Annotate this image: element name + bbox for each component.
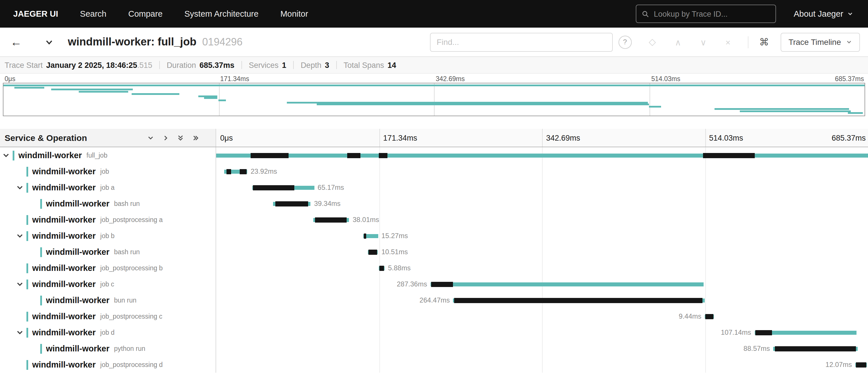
span-bar-row[interactable]: 88.57ms — [216, 341, 868, 356]
trace-view-dropdown[interactable]: Trace Timeline — [780, 32, 860, 52]
span-name-row[interactable]: windmill-workerjob a — [0, 179, 216, 196]
trace-title: windmill-worker: full_job 0194296 — [68, 36, 243, 48]
span-name-row[interactable]: windmill-workerpython run — [0, 341, 216, 356]
span-bar[interactable] — [224, 169, 247, 173]
span-rows: windmill-workerfull_jobwindmill-workerjo… — [0, 147, 868, 373]
chevron-down-icon[interactable] — [2, 151, 10, 159]
operation-name: job c — [100, 281, 114, 288]
span-bar[interactable] — [705, 314, 714, 318]
span-names-column: windmill-workerfull_jobwindmill-workerjo… — [0, 147, 216, 373]
span-name-row[interactable]: windmill-workerbash run — [0, 196, 216, 212]
span-bar-row[interactable]: 65.17ms — [216, 179, 868, 196]
minimap-canvas[interactable] — [3, 83, 865, 116]
span-duration-label: 88.57ms — [744, 345, 770, 352]
span-self-time-segment — [253, 185, 294, 190]
span-bar-row[interactable]: 39.34ms — [216, 196, 868, 212]
service-name: windmill-worker — [32, 312, 96, 321]
span-color-indicator — [40, 344, 42, 353]
app-logo[interactable]: JAEGER UI — [13, 9, 58, 19]
span-bar-row[interactable]: 15.27ms — [216, 228, 868, 244]
span-name-row[interactable]: windmill-workerfull_job — [0, 147, 216, 163]
keyboard-shortcuts-icon[interactable]: ⌘ — [759, 36, 769, 48]
span-name-row[interactable]: windmill-workerjob_postprocessing d — [0, 356, 216, 373]
span-bar[interactable] — [453, 298, 705, 302]
span-bar-row[interactable]: 5.88ms — [216, 260, 868, 276]
span-bar[interactable] — [273, 202, 311, 206]
timeline-tick-label: 514.03ms — [709, 134, 743, 142]
span-name-row[interactable]: windmill-workerjob b — [0, 228, 216, 244]
nav-monitor[interactable]: Monitor — [280, 9, 308, 19]
divider — [748, 36, 748, 48]
span-bar-row[interactable]: 23.92ms — [216, 163, 868, 179]
span-name-row[interactable]: windmill-workerbun run — [0, 292, 216, 308]
grid-line — [542, 129, 542, 147]
chevron-down-icon[interactable] — [147, 134, 155, 142]
nav-search[interactable]: Search — [80, 9, 106, 19]
span-bar[interactable] — [773, 347, 858, 351]
nav-system-architecture[interactable]: System Architecture — [185, 9, 259, 19]
trace-lookup-input[interactable] — [653, 9, 770, 19]
timeline-tick-label: 342.69ms — [546, 134, 580, 142]
find-input[interactable] — [430, 32, 613, 52]
chevron-down-icon[interactable] — [16, 232, 24, 239]
span-bar[interactable] — [368, 250, 378, 254]
trace-lookup-box — [636, 5, 776, 23]
close-icon[interactable]: × — [725, 38, 731, 46]
span-self-time-segment — [755, 330, 772, 335]
chevron-up-icon[interactable]: ∧ — [675, 38, 681, 46]
span-color-indicator — [26, 231, 28, 241]
span-self-time-segment — [369, 249, 377, 255]
span-bar[interactable] — [252, 185, 314, 190]
span-bar-row[interactable]: 107.14ms — [216, 324, 868, 341]
services-value: 1 — [282, 61, 286, 69]
span-name-row[interactable]: windmill-workerjob d — [0, 324, 216, 341]
total-spans-label: Total Spans — [343, 61, 384, 69]
span-bar[interactable] — [855, 363, 867, 367]
back-button[interactable]: ← — [10, 36, 22, 48]
span-bar-row[interactable] — [216, 147, 868, 163]
double-chevron-right-icon[interactable] — [191, 134, 199, 142]
timeline-tick-label: 171.34ms — [220, 75, 249, 82]
operation-name: full_job — [87, 152, 107, 159]
span-bar-row[interactable]: 10.51ms — [216, 244, 868, 260]
chevron-down-icon[interactable]: ∨ — [700, 38, 707, 46]
span-name-row[interactable]: windmill-workerjob_postprocessing b — [0, 260, 216, 276]
span-bar[interactable] — [379, 266, 384, 270]
services-label: Services — [249, 61, 279, 69]
span-bar-row[interactable]: 287.36ms — [216, 276, 868, 292]
span-name-row[interactable]: windmill-workerjob — [0, 163, 216, 179]
span-name-row[interactable]: windmill-workerjob_postprocessing a — [0, 212, 216, 228]
chevron-right-icon[interactable] — [161, 134, 169, 142]
chevron-down-icon[interactable] — [16, 329, 24, 336]
chevron-down-icon[interactable] — [16, 184, 24, 191]
span-name-row[interactable]: windmill-workerjob_postprocessing c — [0, 308, 216, 324]
span-bar[interactable] — [313, 218, 349, 222]
span-bar[interactable] — [431, 282, 704, 286]
jaeger-app: JAEGER UI Search Compare System Architec… — [0, 0, 868, 375]
minimap-span-bar — [14, 87, 44, 88]
span-name-row[interactable]: windmill-workerbash run — [0, 244, 216, 260]
help-icon[interactable]: ? — [618, 35, 631, 49]
operation-name: bash run — [114, 200, 140, 207]
span-self-time-segment — [347, 153, 361, 158]
nav-compare[interactable]: Compare — [128, 9, 162, 19]
focus-match-icon[interactable]: ◇ — [649, 37, 656, 47]
span-bar-row[interactable]: 12.07ms — [216, 356, 868, 373]
span-bar[interactable] — [364, 234, 378, 238]
double-chevron-down-icon[interactable] — [177, 134, 185, 142]
span-bar-row[interactable]: 9.44ms — [216, 308, 868, 324]
span-bar-row[interactable]: 38.01ms — [216, 212, 868, 228]
collapse-trace-detail-icon[interactable] — [45, 38, 54, 46]
minimap-ruler: 0μs 171.34ms 342.69ms 514.03ms 685.37ms — [3, 74, 865, 83]
service-name: windmill-worker — [32, 280, 96, 289]
span-name-row[interactable]: windmill-workerjob c — [0, 276, 216, 292]
span-bar[interactable] — [216, 153, 868, 157]
span-bar-row[interactable]: 264.47ms — [216, 292, 868, 308]
about-jaeger-menu[interactable]: About Jaeger — [794, 9, 853, 19]
divider — [159, 61, 160, 69]
chevron-down-icon[interactable] — [16, 280, 24, 288]
service-name: windmill-worker — [46, 199, 110, 208]
service-name: windmill-worker — [46, 247, 110, 257]
service-name: windmill-worker — [32, 360, 96, 369]
span-bar[interactable] — [754, 330, 857, 335]
